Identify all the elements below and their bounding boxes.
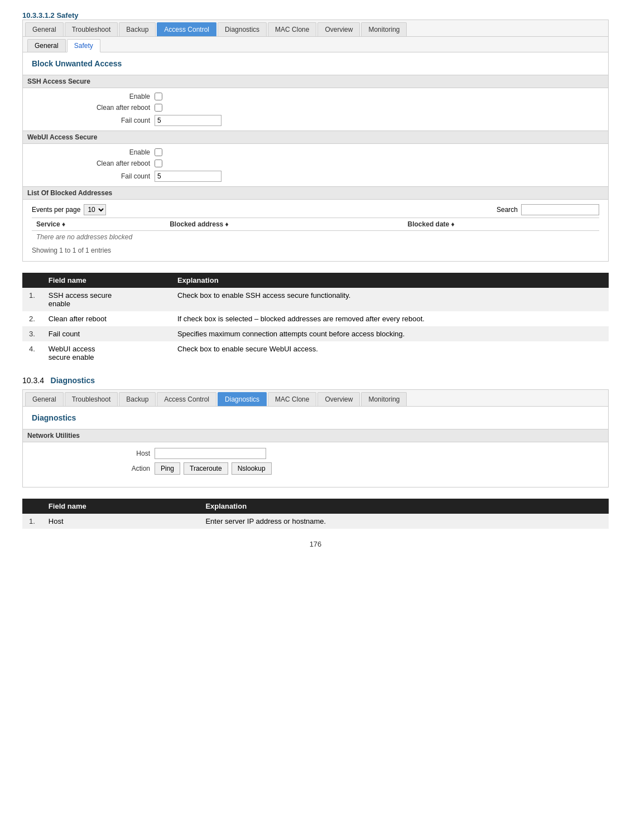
network-section-bar: Network Utilities [23, 429, 608, 442]
empty-message: There are no addresses blocked [32, 231, 599, 244]
tab-bar-2: General Troubleshoot Backup Access Contr… [23, 390, 608, 407]
sub-tab-safety-1[interactable]: Safety [67, 39, 100, 52]
exp-row2-num: 2. [22, 311, 42, 326]
tab-troubleshoot-1[interactable]: Troubleshoot [65, 22, 118, 36]
exp-table1-row-2: 2. Clean after reboot If check box is se… [22, 311, 609, 326]
page-number: 176 [22, 540, 609, 548]
webui-enable-label: Enable [43, 148, 155, 156]
traceroute-button[interactable]: Traceroute [184, 462, 228, 475]
panel-2: General Troubleshoot Backup Access Contr… [22, 389, 609, 487]
sub-tab-bar-1: General Safety [23, 37, 608, 52]
exp-row1-explanation: Check box to enable SSH access secure fu… [171, 288, 609, 311]
list-section-bar: List Of Blocked Addresses [23, 186, 608, 200]
ssh-enable-label: Enable [43, 93, 155, 100]
table-row-empty: There are no addresses blocked [32, 231, 599, 244]
exp-table2-col-num [22, 499, 42, 514]
tab-overview-2[interactable]: Overview [317, 392, 360, 406]
tab-backup-2[interactable]: Backup [119, 392, 156, 406]
events-per-page-label: Events per page [32, 206, 80, 214]
nslookup-button[interactable]: Nslookup [232, 462, 272, 475]
search-input[interactable] [521, 204, 599, 215]
exp-row4-field: WebUI accesssecure enable [42, 341, 171, 365]
tab-general-1[interactable]: General [25, 22, 64, 36]
exp-row4-num: 4. [22, 341, 42, 365]
block-title-2: Diagnostics [32, 413, 599, 422]
section1-title: 10.3.3.1.2 Safety [22, 11, 78, 20]
exp-table2-col-field: Field name [42, 499, 199, 514]
exp-row3-num: 3. [22, 326, 42, 341]
exp-table1-col-field: Field name [42, 273, 171, 288]
exp-table1-col-num [22, 273, 42, 288]
panel-2-content: Diagnostics Network Utilities Host Actio… [23, 407, 608, 487]
exp2-row1-field: Host [42, 514, 199, 529]
exp-table2-row-1: 1. Host Enter server IP address or hostn… [22, 514, 609, 529]
explanation-table-1: Field name Explanation 1. SSH access sec… [22, 273, 609, 365]
blocked-addresses-table: Service ♦ Blocked address ♦ Blocked date… [32, 218, 599, 243]
exp-row1-field: SSH access secureenable [42, 288, 171, 311]
section2-title: 10.3.4 Diagnostics [22, 376, 609, 385]
tab-bar-1: General Troubleshoot Backup Access Contr… [23, 20, 608, 37]
action-buttons: Ping Traceroute Nslookup [155, 462, 272, 475]
ssh-fail-row: Fail count 5 [32, 115, 599, 126]
webui-enable-checkbox[interactable] [155, 148, 162, 156]
tab-access-control-1[interactable]: Access Control [157, 22, 216, 36]
exp2-row1-num: 1. [22, 514, 42, 529]
webui-clean-row: Clean after reboot [32, 160, 599, 167]
events-per-page-select[interactable]: 10 25 50 [84, 204, 106, 215]
exp-row3-field: Fail count [42, 326, 171, 341]
webui-fail-label: Fail count [43, 172, 155, 180]
tab-monitoring-1[interactable]: Monitoring [361, 22, 407, 36]
tab-diagnostics-2[interactable]: Diagnostics [218, 392, 267, 406]
tab-troubleshoot-2[interactable]: Troubleshoot [65, 392, 118, 406]
webui-section-bar: WebUI Access Secure [23, 131, 608, 144]
webui-enable-row: Enable [32, 148, 599, 156]
table-right-controls: Search [497, 204, 599, 215]
tab-mac-clone-1[interactable]: MAC Clone [268, 22, 316, 36]
exp-row4-explanation: Check box to enable secure WebUI access. [171, 341, 609, 365]
tab-access-control-2[interactable]: Access Control [157, 392, 216, 406]
webui-clean-checkbox[interactable] [155, 160, 162, 167]
webui-fail-row: Fail count 5 [32, 171, 599, 182]
exp-row2-explanation: If check box is selected – blocked addre… [171, 311, 609, 326]
action-label: Action [43, 465, 155, 472]
tab-diagnostics-1[interactable]: Diagnostics [218, 22, 267, 36]
host-label: Host [43, 450, 155, 457]
host-row: Host [32, 448, 599, 459]
sub-tab-general-1[interactable]: General [27, 39, 66, 52]
block-title-1: Block Unwanted Access [32, 59, 599, 68]
ssh-section-bar: SSH Access Secure [23, 75, 608, 88]
ssh-fail-input[interactable]: 5 [155, 115, 221, 126]
ssh-fail-label: Fail count [43, 117, 155, 124]
tab-monitoring-2[interactable]: Monitoring [361, 392, 407, 406]
section-1-heading: 10.3.3.1.2 Safety [22, 11, 609, 20]
host-input[interactable] [155, 448, 266, 459]
panel-1: General Troubleshoot Backup Access Contr… [22, 20, 609, 262]
exp2-row1-explanation: Enter server IP address or hostname. [199, 514, 609, 529]
search-label: Search [497, 206, 518, 214]
exp-row3-explanation: Specifies maximum connection attempts co… [171, 326, 609, 341]
ssh-enable-checkbox[interactable] [155, 93, 162, 100]
tab-backup-1[interactable]: Backup [119, 22, 156, 36]
tab-general-2[interactable]: General [25, 392, 64, 406]
webui-fail-input[interactable]: 5 [155, 171, 221, 182]
exp-table1-row-4: 4. WebUI accesssecure enable Check box t… [22, 341, 609, 365]
exp-row1-num: 1. [22, 288, 42, 311]
table-footer: Showing 1 to 1 of 1 entries [32, 247, 599, 254]
exp-table2-col-explanation: Explanation [199, 499, 609, 514]
col-blocked-date-header[interactable]: Blocked date ♦ [403, 218, 599, 231]
col-service-header[interactable]: Service ♦ [32, 218, 165, 231]
exp-row2-field: Clean after reboot [42, 311, 171, 326]
ssh-clean-row: Clean after reboot [32, 104, 599, 112]
tab-mac-clone-2[interactable]: MAC Clone [268, 392, 316, 406]
ssh-clean-checkbox[interactable] [155, 104, 162, 112]
ssh-clean-label: Clean after reboot [43, 104, 155, 112]
col-blocked-addr-header[interactable]: Blocked address ♦ [165, 218, 403, 231]
webui-clean-label: Clean after reboot [43, 160, 155, 167]
table-left-controls: Events per page 10 25 50 [32, 204, 106, 215]
section-2-heading-wrapper: 10.3.4 Diagnostics [22, 376, 609, 385]
exp-table1-row-3: 3. Fail count Specifies maximum connecti… [22, 326, 609, 341]
action-row: Action Ping Traceroute Nslookup [32, 462, 599, 475]
tab-overview-1[interactable]: Overview [317, 22, 360, 36]
table-controls: Events per page 10 25 50 Search [32, 204, 599, 215]
ping-button[interactable]: Ping [155, 462, 180, 475]
